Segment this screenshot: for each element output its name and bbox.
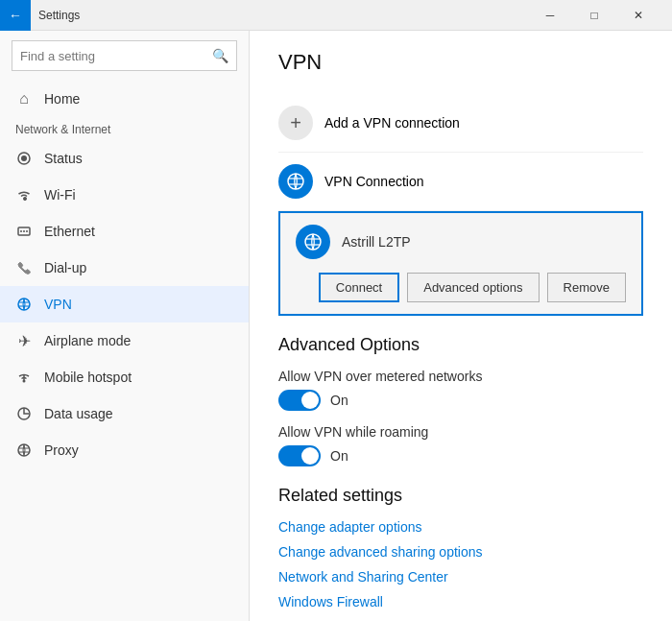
svg-point-17 bbox=[305, 234, 321, 250]
sidebar-section-label: Network & Internet bbox=[0, 117, 249, 140]
proxy-icon bbox=[15, 442, 33, 459]
content-area: VPN + Add a VPN connection VPN Connectio… bbox=[250, 31, 672, 621]
data-usage-icon bbox=[15, 405, 33, 422]
search-input[interactable] bbox=[20, 49, 212, 63]
window-title: Settings bbox=[38, 9, 528, 22]
sidebar-item-home[interactable]: ⌂ Home bbox=[0, 81, 249, 117]
toggle-metered-row: Allow VPN over metered networks On bbox=[278, 369, 643, 411]
vpn-selected-card[interactable]: Astrill L2TP Connect Advanced options Re… bbox=[278, 211, 643, 316]
svg-point-14 bbox=[288, 174, 303, 189]
airplane-icon: ✈ bbox=[15, 332, 33, 349]
sidebar-item-dialup-label: Dial-up bbox=[44, 260, 86, 275]
toggle-roaming[interactable] bbox=[278, 445, 321, 466]
toggle-metered-state: On bbox=[330, 393, 348, 408]
page-title: VPN bbox=[278, 50, 643, 75]
sidebar-item-data-label: Data usage bbox=[44, 406, 113, 421]
advanced-options-button[interactable]: Advanced options bbox=[407, 273, 539, 302]
sidebar-item-vpn[interactable]: VPN bbox=[0, 286, 249, 322]
windows-firewall-link[interactable]: Windows Firewall bbox=[278, 594, 643, 609]
sidebar-item-wifi-label: Wi-Fi bbox=[44, 187, 76, 203]
sidebar-item-status[interactable]: Status bbox=[0, 140, 249, 177]
wifi-icon bbox=[15, 186, 33, 203]
vpn-icon bbox=[15, 296, 33, 313]
network-sharing-center-link[interactable]: Network and Sharing Center bbox=[278, 569, 643, 585]
advanced-options-title: Advanced Options bbox=[278, 335, 643, 355]
toggle-roaming-state: On bbox=[330, 448, 348, 464]
main-layout: 🔍 ⌂ Home Network & Internet Status Wi-Fi… bbox=[0, 31, 672, 621]
vpn-connection-name: VPN Connection bbox=[324, 174, 424, 189]
sidebar-item-proxy[interactable]: Proxy bbox=[0, 432, 249, 468]
search-icon: 🔍 bbox=[212, 48, 228, 63]
related-settings-title: Related settings bbox=[278, 486, 643, 506]
home-icon: ⌂ bbox=[15, 90, 33, 107]
sidebar-item-wifi[interactable]: Wi-Fi bbox=[0, 177, 249, 213]
toggle-metered-label: Allow VPN over metered networks bbox=[278, 369, 643, 384]
sidebar-item-airplane[interactable]: ✈ Airplane mode bbox=[0, 322, 249, 359]
close-button[interactable]: ✕ bbox=[616, 0, 660, 31]
sidebar-item-airplane-label: Airplane mode bbox=[44, 333, 131, 348]
toggle-metered[interactable] bbox=[278, 390, 321, 411]
remove-button[interactable]: Remove bbox=[547, 273, 626, 302]
toggle-roaming-row: Allow VPN while roaming On bbox=[278, 424, 643, 466]
ethernet-icon bbox=[15, 223, 33, 240]
sidebar-item-home-label: Home bbox=[44, 91, 80, 107]
hotspot-icon bbox=[15, 369, 33, 386]
maximize-button[interactable]: □ bbox=[572, 0, 616, 31]
change-adapter-options-link[interactable]: Change adapter options bbox=[278, 519, 643, 535]
astrill-vpn-name: Astrill L2TP bbox=[342, 234, 411, 250]
sidebar-item-proxy-label: Proxy bbox=[44, 442, 79, 458]
sidebar-item-data[interactable]: Data usage bbox=[0, 395, 249, 432]
vpn-connection-item[interactable]: VPN Connection bbox=[278, 153, 643, 211]
window-controls: ─ □ ✕ bbox=[528, 0, 660, 31]
toggle-roaming-label: Allow VPN while roaming bbox=[278, 424, 643, 440]
connect-button[interactable]: Connect bbox=[319, 273, 399, 302]
vpn-connection-icon bbox=[278, 164, 313, 199]
status-icon bbox=[15, 150, 33, 167]
change-advanced-sharing-link[interactable]: Change advanced sharing options bbox=[278, 544, 643, 560]
sidebar-item-hotspot[interactable]: Mobile hotspot bbox=[0, 359, 249, 395]
sidebar-item-vpn-label: VPN bbox=[44, 297, 72, 312]
dialup-icon bbox=[15, 259, 33, 276]
vpn-selected-header: Astrill L2TP bbox=[296, 225, 626, 259]
sidebar-item-ethernet[interactable]: Ethernet bbox=[0, 213, 249, 250]
back-button[interactable]: ← bbox=[0, 0, 31, 31]
add-vpn-item[interactable]: + Add a VPN connection bbox=[278, 94, 643, 153]
search-box[interactable]: 🔍 bbox=[12, 40, 237, 71]
sidebar-item-ethernet-label: Ethernet bbox=[44, 224, 95, 239]
astrill-vpn-icon bbox=[296, 225, 330, 259]
svg-point-1 bbox=[21, 155, 27, 161]
add-vpn-icon: + bbox=[278, 106, 313, 140]
vpn-action-buttons: Connect Advanced options Remove bbox=[296, 273, 626, 302]
sidebar-item-hotspot-label: Mobile hotspot bbox=[44, 370, 132, 385]
sidebar: 🔍 ⌂ Home Network & Internet Status Wi-Fi… bbox=[0, 31, 250, 621]
title-bar: ← Settings ─ □ ✕ bbox=[0, 0, 672, 31]
add-vpn-label: Add a VPN connection bbox=[324, 115, 460, 131]
sidebar-item-dialup[interactable]: Dial-up bbox=[0, 250, 249, 286]
sidebar-item-status-label: Status bbox=[44, 151, 83, 166]
minimize-button[interactable]: ─ bbox=[528, 0, 572, 31]
